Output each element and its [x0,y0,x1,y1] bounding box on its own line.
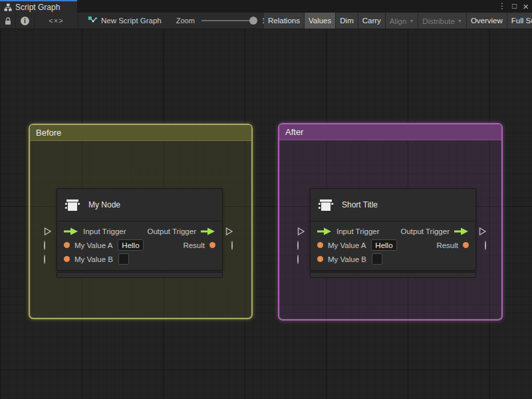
value-port-icon[interactable] [64,242,70,248]
value-port-icon[interactable] [209,242,215,248]
tab-script-graph[interactable]: Script Graph [0,0,77,13]
node-my-node[interactable]: My Node Input Trigger Output Trigger [57,188,223,278]
port-label: My Value A [328,241,366,249]
node-footer[interactable] [310,272,476,278]
port-rows: Input Trigger Output Trigger [57,221,222,270]
port-rows: Input Trigger Output Trigger [311,221,475,270]
input-trigger-outer-port[interactable] [297,227,305,235]
zoom-slider[interactable] [201,20,253,21]
graph-asset-name: New Script Graph [101,17,162,25]
graph-hierarchy-icon [4,3,12,11]
lock-icon [4,17,12,25]
port-label: My Value B [328,255,366,263]
zoom-label: Zoom [176,17,195,25]
script-graph-asset-icon [88,16,97,25]
node-short-title[interactable]: Short Title Input Trigger Output Trigger [310,188,476,278]
chevron-down-icon: ▼ [458,19,462,23]
group-after-header[interactable]: After [279,124,501,140]
graph-canvas[interactable]: Before My Node Input Trigger [0,29,532,399]
distribute-dropdown[interactable]: Distribute▼ [418,13,467,29]
chevron-down-icon: ▼ [409,19,414,23]
trigger-row: Input Trigger Output Trigger [57,224,222,238]
port-label: Input Trigger [336,227,380,235]
port-label: My Value B [74,255,113,263]
group-before[interactable]: Before My Node Input Trigger [29,124,253,319]
view-buttons: Relations Values Dim Carry Align▼ Distri… [264,13,532,29]
port-label: Output Trigger [147,227,196,235]
code-view-button[interactable]: <×> [35,13,78,29]
value-port-icon[interactable] [463,242,469,248]
port-label: Input Trigger [83,227,126,235]
port-label: Output Trigger [400,227,450,235]
group-after[interactable]: After Short Title Input Trigger [278,123,503,321]
dim-button[interactable]: Dim [336,13,358,29]
info-icon: i [21,17,29,25]
full-screen-button[interactable]: Full Screen [507,13,532,29]
value-row-a: My Value A Hello Result [311,238,475,252]
graph-asset[interactable]: New Script Graph [88,16,162,25]
relations-button[interactable]: Relations [264,13,305,29]
values-button[interactable]: Values [305,13,336,29]
node-body[interactable]: Short Title Input Trigger Output Trigger [310,188,476,271]
zoom-slider-handle[interactable] [249,17,257,25]
trigger-arrow-icon[interactable] [454,227,469,235]
code-icon: <×> [49,17,63,25]
value-port-icon[interactable] [64,256,70,262]
node-header[interactable]: Short Title [311,189,475,221]
info-button[interactable]: i [16,13,35,29]
script-graph-window: Script Graph ⋮ □ × i <×> [0,0,532,399]
value-port-icon[interactable] [317,242,323,248]
node-header[interactable]: My Node [57,189,222,221]
trigger-arrow-icon[interactable] [201,227,215,235]
group-before-header[interactable]: Before [30,125,251,141]
trigger-row: Input Trigger Output Trigger [311,224,475,238]
output-trigger-outer-port[interactable] [225,227,233,235]
output-trigger-outer-port[interactable] [479,227,486,235]
node-footer[interactable] [57,272,223,278]
title-bar: Script Graph ⋮ □ × [0,0,532,13]
node-title: My Node [88,200,120,209]
overview-button[interactable]: Overview [467,13,507,29]
node-body[interactable]: My Node Input Trigger Output Trigger [57,188,223,271]
value-b-input[interactable] [118,253,129,265]
tab-label: Script Graph [15,3,60,12]
menu-kebab-icon[interactable]: ⋮ [498,0,506,13]
lock-button[interactable] [0,13,16,29]
graph-toolbar: i <×> New Script Graph Zoom 1x Relations… [0,13,532,29]
zoom-control: Zoom 1x [176,17,270,25]
port-label: Result [183,241,205,249]
value-row-b: My Value B [57,252,222,266]
value-row-b: My Value B [311,252,475,266]
value-a-input[interactable]: Hello [118,239,143,251]
close-icon[interactable]: × [523,0,529,13]
value-b-input[interactable] [372,253,382,265]
unit-icon [317,196,334,213]
trigger-arrow-icon[interactable] [64,227,78,235]
value-port-icon[interactable] [317,256,323,262]
value-a-input[interactable]: Hello [371,239,396,251]
value-row-a: My Value A Hello Result [57,238,222,252]
maximize-icon[interactable]: □ [512,0,517,13]
carry-button[interactable]: Carry [358,13,386,29]
trigger-arrow-icon[interactable] [317,227,332,235]
align-dropdown[interactable]: Align▼ [386,13,419,29]
window-controls: ⋮ □ × [498,0,529,13]
node-title: Short Title [342,200,378,209]
port-label: Result [436,241,458,249]
group-label: Before [36,128,61,138]
port-label: My Value A [74,241,112,249]
unit-icon [64,196,81,213]
input-trigger-outer-port[interactable] [44,227,51,235]
group-label: After [285,127,303,137]
